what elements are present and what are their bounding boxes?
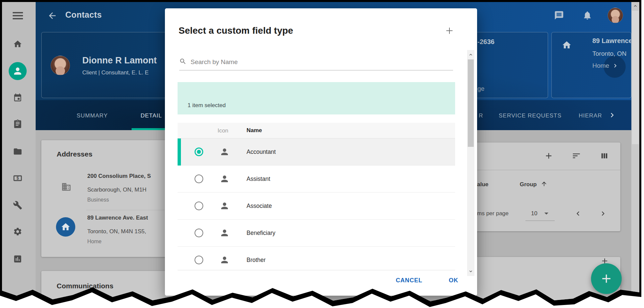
settings-icon[interactable]	[13, 227, 22, 236]
radio-unselected[interactable]	[195, 229, 203, 237]
address-type-label: Home	[592, 62, 609, 69]
contact-photo[interactable]	[51, 56, 70, 75]
row-label: Accountant	[247, 148, 276, 156]
dialog-title: Select a custom field type	[179, 25, 293, 36]
radio-selected[interactable]	[195, 147, 203, 156]
person-icon	[220, 147, 230, 157]
page-scrollbar[interactable]	[631, 2, 639, 306]
home-icon	[562, 40, 572, 50]
home-badge-icon	[56, 217, 75, 237]
menu-icon[interactable]	[13, 12, 23, 19]
add-icon[interactable]	[544, 151, 553, 161]
sort-icon[interactable]	[572, 151, 581, 161]
scrollbar-thumb[interactable]	[632, 11, 639, 144]
left-sidebar: $	[0, 0, 36, 308]
address-row-type: Home	[87, 239, 102, 245]
address-line1-fragment: 89 Lawrence	[592, 37, 631, 45]
tab-hidden-fragment[interactable]: R	[479, 112, 483, 119]
calendar-icon[interactable]	[13, 93, 22, 102]
primary-address-card: 89 Lawrence Toronto, ON Home	[551, 32, 631, 98]
search-field	[179, 55, 453, 70]
contacts-icon-active[interactable]	[9, 62, 27, 80]
radio-unselected[interactable]	[195, 202, 203, 210]
scroll-up-icon[interactable]	[633, 3, 638, 9]
communications-title: Communications	[57, 282, 113, 290]
message-action-fragment[interactable]: ge	[477, 85, 484, 92]
scroll-down-icon[interactable]	[468, 269, 473, 274]
icon-column-header: Icon	[218, 127, 228, 134]
row-label: Associate	[247, 203, 272, 210]
selection-banner: 1 item selected	[178, 82, 455, 114]
select-custom-field-dialog: Select a custom field type 1 item select…	[165, 8, 477, 296]
person-icon	[220, 228, 230, 238]
tabs-scroll-chevron-icon[interactable]	[608, 111, 617, 119]
notifications-bell-icon[interactable]	[582, 10, 592, 20]
page-size-value[interactable]: 10	[531, 210, 537, 217]
sort-ascending-arrow-icon	[541, 181, 547, 187]
building-icon	[61, 182, 71, 192]
next-page-chevron-icon[interactable]	[599, 209, 607, 218]
billing-icon[interactable]: $	[13, 174, 22, 183]
person-icon	[220, 255, 230, 265]
tab-hierarchy[interactable]: HIERAR	[579, 112, 601, 119]
address-line2-fragment: Toronto, ON	[592, 50, 626, 57]
columns-icon[interactable]	[600, 151, 609, 160]
contact-name: Dionne R Lamont	[82, 55, 157, 66]
contact-subtitle: Client | Consultant, E. L. E	[82, 69, 149, 76]
app-screen: $ Contacts Dionne R Lamont Client | Cons…	[0, 0, 644, 308]
addresses-title: Addresses	[57, 150, 92, 158]
tab-summary[interactable]: SUMMARY	[77, 112, 108, 119]
selected-row-bar	[178, 138, 181, 166]
row-label: Assistant	[247, 176, 270, 183]
radio-unselected[interactable]	[195, 256, 203, 264]
tab-service-requests[interactable]: SERVICE REQUESTS	[499, 112, 562, 119]
reports-icon[interactable]	[13, 254, 22, 264]
chat-icon[interactable]	[554, 10, 564, 20]
ok-button[interactable]: OK	[449, 277, 458, 284]
page-title: Contacts	[65, 10, 102, 20]
prev-page-chevron-icon[interactable]	[574, 209, 582, 218]
address-row-line2: Scarborough, ON, M1H	[87, 187, 147, 193]
table-row[interactable]: Brother	[178, 247, 455, 270]
row-label: Beneficiary	[247, 230, 276, 237]
tab-detail[interactable]: DETAIL	[141, 112, 162, 119]
table-row[interactable]: Beneficiary	[178, 220, 455, 247]
page-size-dropdown-icon[interactable]	[544, 213, 548, 215]
search-icon	[179, 58, 187, 65]
table-row[interactable]: Assistant	[178, 166, 455, 193]
add-fab-button[interactable]	[591, 263, 622, 294]
user-avatar[interactable]	[608, 8, 623, 23]
selection-banner-text: 1 item selected	[188, 102, 226, 109]
table-header: Icon Name	[178, 123, 455, 138]
items-per-page-fragment: ms per page	[477, 210, 509, 217]
group-column-header[interactable]: Group	[520, 181, 537, 188]
person-icon	[220, 174, 230, 184]
person-icon	[220, 201, 230, 211]
scroll-up-icon[interactable]	[468, 52, 473, 57]
home-icon[interactable]	[13, 39, 22, 49]
chevron-right-icon[interactable]	[612, 62, 619, 69]
address-row-line1: 89 Lawrence Ave. East	[87, 215, 148, 221]
cancel-button[interactable]: CANCEL	[396, 277, 422, 284]
dialog-scrollbar[interactable]	[467, 50, 474, 276]
phone-number-fragment: -2636	[477, 38, 494, 46]
add-custom-field-icon[interactable]	[444, 26, 454, 36]
table-row[interactable]: Accountant	[178, 138, 455, 166]
address-row-line1: 200 Consolium Place, S	[87, 173, 151, 180]
tools-icon[interactable]	[13, 201, 22, 210]
page-size-underline	[525, 221, 555, 221]
address-row-type: Business	[87, 197, 109, 203]
value-column-header-fragment[interactable]: alue	[477, 181, 488, 188]
table-row[interactable]: Associate	[178, 193, 455, 220]
search-input[interactable]	[191, 56, 450, 68]
name-column-header: Name	[247, 127, 262, 134]
scrollbar-thumb[interactable]	[468, 59, 474, 147]
row-label: Brother	[247, 257, 266, 264]
torn-screenshot-frame: $ Contacts Dionne R Lamont Client | Cons…	[0, 0, 644, 308]
svg-text:$: $	[16, 176, 19, 181]
field-type-table: Icon Name Accountant Assistant Associate	[178, 123, 455, 270]
radio-unselected[interactable]	[195, 175, 203, 183]
back-arrow-icon[interactable]	[47, 11, 57, 21]
documents-icon[interactable]	[13, 147, 22, 156]
tasks-icon[interactable]	[13, 119, 22, 128]
